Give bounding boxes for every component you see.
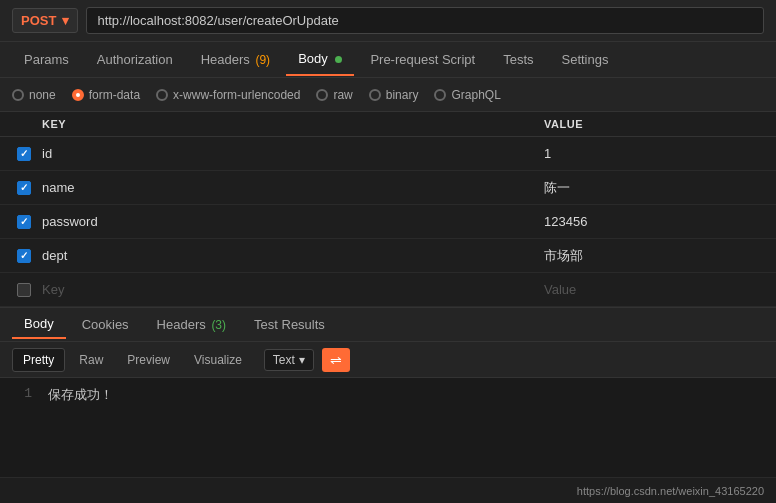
text-type-select[interactable]: Text ▾ bbox=[264, 349, 314, 371]
radio-none bbox=[12, 89, 24, 101]
table-row: id 1 bbox=[0, 137, 776, 171]
url-input[interactable] bbox=[86, 7, 764, 34]
response-body: 1 保存成功！ bbox=[0, 378, 776, 477]
header-value: VALUE bbox=[544, 118, 764, 130]
wrap-icon: ⇌ bbox=[330, 352, 342, 368]
body-type-graphql[interactable]: GraphQL bbox=[434, 88, 500, 102]
fmt-raw[interactable]: Raw bbox=[69, 349, 113, 371]
radio-graphql bbox=[434, 89, 446, 101]
tab-tests[interactable]: Tests bbox=[491, 44, 545, 75]
response-tabs: Body Cookies Headers (3) Test Results bbox=[0, 308, 776, 342]
radio-form-data bbox=[72, 89, 84, 101]
value-row-4[interactable]: 市场部 bbox=[544, 247, 764, 265]
tab-headers[interactable]: Headers (9) bbox=[189, 44, 282, 75]
checkbox-row-1[interactable] bbox=[17, 147, 31, 161]
method-chevron: ▾ bbox=[62, 13, 69, 28]
top-bar: POST ▾ bbox=[0, 0, 776, 42]
table-row: name 陈一 bbox=[0, 171, 776, 205]
tab-settings[interactable]: Settings bbox=[550, 44, 621, 75]
header-key: KEY bbox=[42, 118, 544, 130]
resp-tab-test-results[interactable]: Test Results bbox=[242, 311, 337, 338]
value-row-3[interactable]: 123456 bbox=[544, 214, 764, 229]
checkbox-row-2[interactable] bbox=[17, 181, 31, 195]
checkbox-row-5[interactable] bbox=[17, 283, 31, 297]
main-layout: POST ▾ Params Authorization Headers (9) … bbox=[0, 0, 776, 503]
body-type-none[interactable]: none bbox=[12, 88, 56, 102]
radio-raw bbox=[316, 89, 328, 101]
line-content-1: 保存成功！ bbox=[48, 386, 113, 469]
body-types: none form-data x-www-form-urlencoded raw… bbox=[0, 78, 776, 112]
resp-tab-body[interactable]: Body bbox=[12, 310, 66, 339]
table-row: Key Value bbox=[0, 273, 776, 307]
value-row-2[interactable]: 陈一 bbox=[544, 179, 764, 197]
key-row-1[interactable]: id bbox=[42, 146, 544, 161]
line-number-1: 1 bbox=[12, 386, 32, 469]
fmt-visualize[interactable]: Visualize bbox=[184, 349, 252, 371]
radio-x-www bbox=[156, 89, 168, 101]
tab-authorization[interactable]: Authorization bbox=[85, 44, 185, 75]
kv-table: KEY VALUE id 1 name 陈一 password 123456 bbox=[0, 112, 776, 308]
body-type-binary[interactable]: binary bbox=[369, 88, 419, 102]
resp-tab-cookies[interactable]: Cookies bbox=[70, 311, 141, 338]
tab-body[interactable]: Body bbox=[286, 43, 354, 76]
key-row-4[interactable]: dept bbox=[42, 248, 544, 263]
kv-header: KEY VALUE bbox=[0, 112, 776, 137]
footer-link: https://blog.csdn.net/weixin_43165220 bbox=[577, 485, 764, 497]
checkbox-row-4[interactable] bbox=[17, 249, 31, 263]
body-type-raw[interactable]: raw bbox=[316, 88, 352, 102]
key-row-3[interactable]: password bbox=[42, 214, 544, 229]
text-chevron: ▾ bbox=[299, 353, 305, 367]
nav-tabs: Params Authorization Headers (9) Body Pr… bbox=[0, 42, 776, 78]
body-type-x-www[interactable]: x-www-form-urlencoded bbox=[156, 88, 300, 102]
table-row: dept 市场部 bbox=[0, 239, 776, 273]
response-area: Body Cookies Headers (3) Test Results Pr… bbox=[0, 308, 776, 503]
table-row: password 123456 bbox=[0, 205, 776, 239]
footer: https://blog.csdn.net/weixin_43165220 bbox=[0, 477, 776, 503]
fmt-preview[interactable]: Preview bbox=[117, 349, 180, 371]
key-row-2[interactable]: name bbox=[42, 180, 544, 195]
key-row-5-placeholder[interactable]: Key bbox=[42, 282, 544, 297]
value-row-5-placeholder[interactable]: Value bbox=[544, 282, 764, 297]
value-row-1[interactable]: 1 bbox=[544, 146, 764, 161]
tab-params[interactable]: Params bbox=[12, 44, 81, 75]
headers-badge: (3) bbox=[211, 318, 226, 332]
format-bar: Pretty Raw Preview Visualize Text ▾ ⇌ bbox=[0, 342, 776, 378]
body-active-dot bbox=[335, 56, 342, 63]
method-select[interactable]: POST ▾ bbox=[12, 8, 78, 33]
radio-binary bbox=[369, 89, 381, 101]
checkbox-row-3[interactable] bbox=[17, 215, 31, 229]
wrap-button[interactable]: ⇌ bbox=[322, 348, 350, 372]
tab-pre-request[interactable]: Pre-request Script bbox=[358, 44, 487, 75]
fmt-pretty[interactable]: Pretty bbox=[12, 348, 65, 372]
resp-tab-headers[interactable]: Headers (3) bbox=[145, 311, 238, 338]
method-label: POST bbox=[21, 13, 56, 28]
body-type-form-data[interactable]: form-data bbox=[72, 88, 140, 102]
